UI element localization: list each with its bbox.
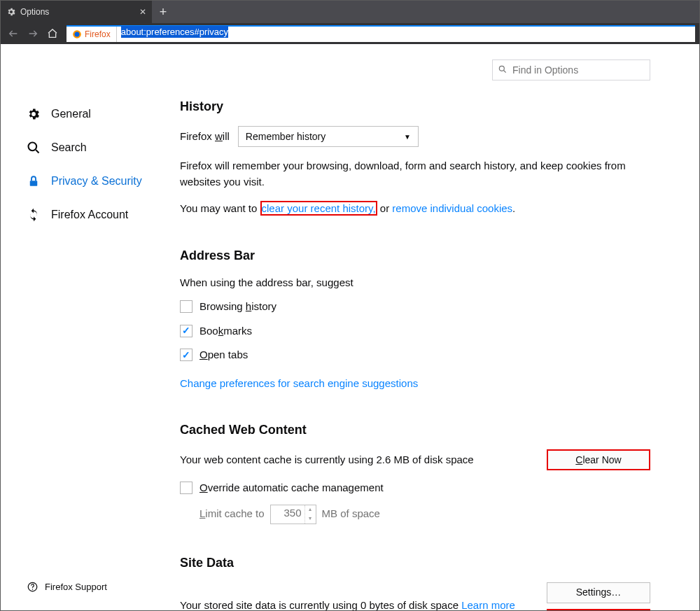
sidebar-item-general[interactable]: General xyxy=(26,97,180,131)
checkbox-icon xyxy=(180,325,192,337)
back-icon[interactable] xyxy=(5,25,22,42)
chevron-down-icon: ▼ xyxy=(404,132,411,142)
svg-line-3 xyxy=(504,71,506,73)
sitedata-heading: Site Data xyxy=(180,554,650,573)
clear-history-link[interactable]: clear your recent history, xyxy=(260,201,377,216)
checkbox-label: Browsing history xyxy=(200,299,276,315)
override-cache-checkbox[interactable]: Override automatic cache management xyxy=(180,480,650,496)
clear-all-data-button[interactable]: Clear All Data xyxy=(547,609,650,611)
lock-icon xyxy=(26,174,41,188)
support-label: Firefox Support xyxy=(45,582,107,592)
svg-point-4 xyxy=(29,143,37,151)
content-area: General Search Privacy & Security Firefo… xyxy=(1,44,699,610)
svg-line-5 xyxy=(36,150,38,153)
sidebar-item-account[interactable]: Firefox Account xyxy=(26,198,180,232)
history-description: Firefox will remember your browsing, dow… xyxy=(180,158,650,190)
checkbox-icon xyxy=(180,482,192,494)
identity-label: Firefox xyxy=(85,29,111,39)
url-bar[interactable]: Firefox about:preferences#privacy xyxy=(66,25,695,42)
forward-icon[interactable] xyxy=(24,25,41,42)
search-icon xyxy=(26,141,41,155)
search-icon xyxy=(498,64,507,74)
clear-cache-button[interactable]: Clear Now xyxy=(547,449,650,470)
tab-title: Options xyxy=(20,7,49,17)
cache-description: Your web content cache is currently usin… xyxy=(180,452,474,468)
url-input[interactable]: about:preferences#privacy xyxy=(117,27,695,42)
spinner-down-icon[interactable]: ▾ xyxy=(305,514,316,524)
home-icon[interactable] xyxy=(44,25,61,42)
history-heading: History xyxy=(180,97,650,116)
history-links-line: You may want to clear your recent histor… xyxy=(180,201,650,217)
remove-cookies-link[interactable]: remove individual cookies xyxy=(392,202,512,214)
cache-limit-input[interactable]: 350 ▴▾ xyxy=(270,505,316,524)
svg-point-8 xyxy=(32,589,34,590)
search-suggestions-link[interactable]: Change preferences for search engine sug… xyxy=(180,377,418,389)
preferences-main: History Firefox will Remember history ▼ … xyxy=(180,44,699,610)
addressbar-heading: Address Bar xyxy=(180,246,650,265)
preferences-sidebar: General Search Privacy & Security Firefo… xyxy=(1,44,180,610)
history-will-label: Firefox will xyxy=(180,129,230,145)
sidebar-item-search[interactable]: Search xyxy=(26,131,180,164)
browser-titlebar: Options ✕ + xyxy=(1,1,699,23)
dropdown-value: Remember history xyxy=(246,129,326,144)
checkbox-label: Override automatic cache management xyxy=(200,480,384,496)
addressbar-description: When using the address bar, suggest xyxy=(180,275,650,291)
cache-heading: Cached Web Content xyxy=(180,421,650,440)
history-mode-dropdown[interactable]: Remember history ▼ xyxy=(238,126,419,147)
help-icon xyxy=(27,582,38,592)
spinner-up-icon[interactable]: ▴ xyxy=(305,505,316,514)
sync-icon xyxy=(26,208,41,222)
identity-box[interactable]: Firefox xyxy=(66,27,117,42)
sitedata-settings-button[interactable]: Settings… xyxy=(547,582,650,603)
svg-point-2 xyxy=(499,66,504,71)
suggest-opentabs-checkbox[interactable]: Open tabs xyxy=(180,347,650,363)
firefox-logo-icon xyxy=(72,29,82,39)
suggest-history-checkbox[interactable]: Browsing history xyxy=(180,299,650,315)
svg-rect-6 xyxy=(30,181,38,186)
close-icon[interactable]: ✕ xyxy=(139,7,146,17)
sitedata-description: Your stored site data is currently using… xyxy=(180,598,515,610)
checkbox-icon xyxy=(180,349,192,361)
checkbox-label: Bookmarks xyxy=(200,323,252,339)
sidebar-item-label: Firefox Account xyxy=(51,209,128,221)
search-input[interactable] xyxy=(492,59,650,80)
new-tab-button[interactable]: + xyxy=(152,1,174,23)
sidebar-item-label: Search xyxy=(51,141,87,154)
gear-icon xyxy=(6,7,16,17)
search-options-field[interactable] xyxy=(492,59,650,80)
suggest-bookmarks-checkbox[interactable]: Bookmarks xyxy=(180,323,650,339)
checkbox-label: Open tabs xyxy=(200,347,248,363)
browser-tab[interactable]: Options ✕ xyxy=(1,1,152,23)
sidebar-item-label: Privacy & Security xyxy=(51,175,142,188)
browser-navbar: Firefox about:preferences#privacy xyxy=(1,23,699,44)
svg-point-1 xyxy=(75,32,80,37)
limit-cache-row: Limit cache to 350 ▴▾ MB of space xyxy=(200,505,650,524)
sidebar-item-privacy[interactable]: Privacy & Security xyxy=(26,164,180,198)
firefox-support-link[interactable]: Firefox Support xyxy=(27,582,107,592)
learn-more-link[interactable]: Learn more xyxy=(461,599,515,610)
sidebar-item-label: General xyxy=(51,108,91,120)
gear-icon xyxy=(26,107,41,121)
checkbox-icon xyxy=(180,300,192,313)
